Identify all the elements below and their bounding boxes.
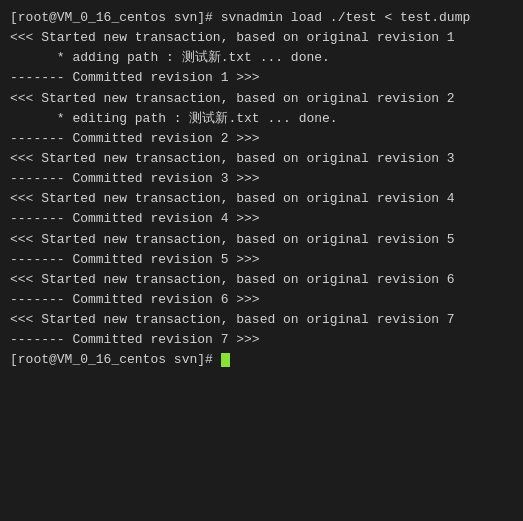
terminal-line-cmd: [root@VM_0_16_centos svn]# svnadmin load…	[10, 8, 513, 28]
terminal-line-r3_commit: ------- Committed revision 3 >>>	[10, 169, 513, 189]
terminal-line-r4_commit: ------- Committed revision 4 >>>	[10, 209, 513, 229]
cursor-block	[221, 353, 230, 367]
terminal-line-r7_commit: ------- Committed revision 7 >>>	[10, 330, 513, 350]
terminal-line-r3_start: <<< Started new transaction, based on or…	[10, 149, 513, 169]
terminal-line-r2_commit: ------- Committed revision 2 >>>	[10, 129, 513, 149]
terminal-line-r2_edit: * editing path : 测试新.txt ... done.	[10, 109, 513, 129]
prompt-text: [root@VM_0_16_centos svn]#	[10, 350, 221, 370]
terminal-window: [root@VM_0_16_centos svn]# svnadmin load…	[0, 0, 523, 521]
terminal-line-r5_start: <<< Started new transaction, based on or…	[10, 230, 513, 250]
terminal-line-r5_commit: ------- Committed revision 5 >>>	[10, 250, 513, 270]
terminal-line-r2_start: <<< Started new transaction, based on or…	[10, 89, 513, 109]
terminal-line-r1_add: * adding path : 测试新.txt ... done.	[10, 48, 513, 68]
terminal-line-r4_start: <<< Started new transaction, based on or…	[10, 189, 513, 209]
terminal-line-r1_commit: ------- Committed revision 1 >>>	[10, 68, 513, 88]
terminal-line-r1_start: <<< Started new transaction, based on or…	[10, 28, 513, 48]
terminal-line-r7_start: <<< Started new transaction, based on or…	[10, 310, 513, 330]
terminal-prompt-final[interactable]: [root@VM_0_16_centos svn]#	[10, 350, 513, 370]
terminal-line-r6_commit: ------- Committed revision 6 >>>	[10, 290, 513, 310]
terminal-line-r6_start: <<< Started new transaction, based on or…	[10, 270, 513, 290]
